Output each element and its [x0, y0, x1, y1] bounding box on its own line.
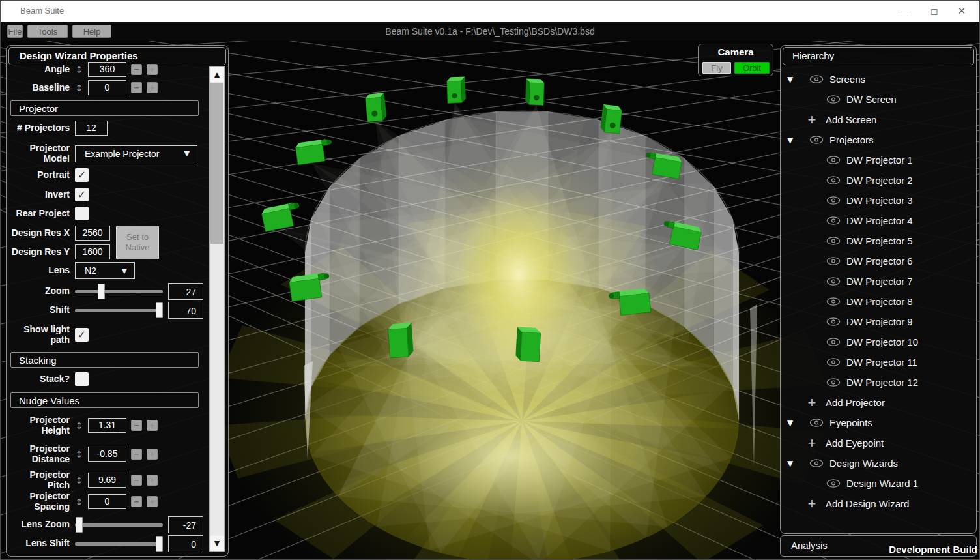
projector-pitch-input[interactable]: 9.69	[88, 473, 126, 488]
hierarchy-item-design-wizards[interactable]: ▼Design Wizards	[781, 453, 976, 473]
updown-drag-icon[interactable]: ↕	[75, 475, 83, 486]
hierarchy-item-add-eyepoint[interactable]: +Add Eyepoint	[781, 433, 976, 453]
zoom-slider[interactable]	[75, 284, 163, 299]
projector-3d-1[interactable]	[365, 93, 387, 122]
visibility-eye-icon[interactable]	[826, 358, 841, 366]
projector-spacing-increment-button[interactable]: +	[147, 496, 158, 507]
hierarchy-item-dw-projector-11[interactable]: DW Projector 11	[781, 352, 976, 372]
hierarchy-item-design-wizard-1[interactable]: Design Wizard 1	[781, 473, 976, 494]
expand-triangle-icon[interactable]: ▼	[787, 136, 798, 145]
set-to-native-button[interactable]: Set to Native	[116, 226, 159, 259]
angle-increment-button[interactable]: +	[147, 64, 158, 75]
shift-slider-thumb[interactable]	[156, 302, 163, 318]
window-maximize-button[interactable]: ◻	[925, 1, 944, 22]
num-projectors-input[interactable]: 12	[75, 121, 108, 136]
hierarchy-item-dw-projector-12[interactable]: DW Projector 12	[781, 372, 976, 392]
projector-3d-8[interactable]	[515, 327, 541, 362]
projector-distance-input[interactable]: -0.85	[88, 447, 126, 462]
lens-shift-slider[interactable]	[75, 536, 163, 552]
projector-height-decrement-button[interactable]: −	[131, 420, 142, 431]
scroll-up-button[interactable]: ▲	[210, 67, 224, 82]
angle-input[interactable]: 360	[88, 62, 126, 77]
lens-zoom-slider[interactable]	[75, 517, 163, 533]
visibility-eye-icon[interactable]	[826, 378, 841, 387]
visibility-eye-icon[interactable]	[809, 459, 824, 467]
visibility-eye-icon[interactable]	[826, 338, 841, 346]
shift-value[interactable]: 70	[168, 302, 203, 319]
projector-distance-decrement-button[interactable]: −	[131, 449, 142, 460]
hierarchy-item-dw-projector-7[interactable]: DW Projector 7	[781, 271, 976, 291]
hierarchy-item-dw-screen[interactable]: DW Screen	[781, 89, 976, 110]
visibility-eye-icon[interactable]	[826, 156, 841, 164]
lens-shift-value[interactable]: 0	[168, 535, 203, 552]
scroll-down-button[interactable]: ▼	[210, 536, 224, 551]
visibility-eye-icon[interactable]	[826, 297, 841, 306]
updown-drag-icon[interactable]: ↕	[75, 497, 83, 507]
baseline-decrement-button[interactable]: −	[131, 82, 142, 93]
expand-triangle-icon[interactable]: ▼	[787, 419, 798, 428]
projector-distance-increment-button[interactable]: +	[147, 449, 158, 460]
projector-spacing-input[interactable]: 0	[88, 494, 126, 509]
properties-scrollbar[interactable]: ▲ ▼	[209, 66, 225, 552]
scrollbar-thumb[interactable]	[210, 83, 223, 244]
visibility-eye-icon[interactable]	[826, 176, 841, 184]
lens-shift-slider-thumb[interactable]	[156, 536, 163, 552]
visibility-eye-icon[interactable]	[826, 216, 841, 225]
hierarchy-item-dw-projector-10[interactable]: DW Projector 10	[781, 332, 976, 352]
stack-checkbox[interactable]	[75, 372, 89, 386]
baseline-increment-button[interactable]: +	[147, 82, 158, 93]
projector-3d-3[interactable]	[525, 78, 544, 105]
visibility-eye-icon[interactable]	[826, 277, 841, 286]
projector-model-dropdown[interactable]: Example Projector ▼	[75, 145, 197, 162]
hierarchy-item-projectors[interactable]: ▼Projectors	[781, 130, 976, 150]
zoom-slider-thumb[interactable]	[98, 284, 105, 299]
camera-fly-button[interactable]: Fly	[702, 62, 731, 74]
hierarchy-item-dw-projector-4[interactable]: DW Projector 4	[781, 211, 976, 231]
projector-3d-2[interactable]	[447, 76, 466, 103]
updown-drag-icon[interactable]: ↕	[75, 420, 83, 431]
window-minimize-button[interactable]: —	[895, 1, 914, 22]
updown-drag-icon[interactable]: ↕	[75, 449, 83, 460]
hierarchy-item-add-design-wizard[interactable]: +Add Design Wizard	[781, 494, 976, 514]
projector-height-increment-button[interactable]: +	[147, 420, 158, 431]
window-close-button[interactable]: ✕	[952, 1, 972, 22]
hierarchy-item-screens[interactable]: ▼Screens	[781, 69, 976, 89]
hierarchy-item-eyepoints[interactable]: ▼Eyepoints	[781, 413, 976, 433]
visibility-eye-icon[interactable]	[809, 75, 824, 83]
angle-decrement-button[interactable]: −	[131, 64, 142, 75]
visibility-eye-icon[interactable]	[826, 95, 841, 104]
expand-triangle-icon[interactable]: ▼	[787, 75, 798, 84]
hierarchy-item-dw-projector-5[interactable]: DW Projector 5	[781, 231, 976, 251]
expand-triangle-icon[interactable]: ▼	[787, 459, 798, 468]
camera-orbit-button[interactable]: Orbit	[734, 62, 770, 74]
hierarchy-item-dw-projector-9[interactable]: DW Projector 9	[781, 312, 976, 332]
visibility-eye-icon[interactable]	[826, 237, 841, 245]
hierarchy-item-add-projector[interactable]: +Add Projector	[781, 392, 976, 413]
projector-height-input[interactable]: 1.31	[88, 418, 126, 433]
zoom-value[interactable]: 27	[168, 283, 203, 300]
updown-drag-icon[interactable]: ↕	[75, 65, 83, 75]
rear-project-checkbox[interactable]	[75, 207, 89, 220]
projector-pitch-increment-button[interactable]: +	[147, 475, 158, 486]
updown-drag-icon[interactable]: ↕	[75, 83, 83, 93]
projector-3d-9[interactable]	[388, 323, 414, 358]
design-res-y-input[interactable]: 1600	[75, 244, 110, 259]
hierarchy-item-dw-projector-3[interactable]: DW Projector 3	[781, 190, 976, 211]
visibility-eye-icon[interactable]	[826, 317, 841, 326]
lens-dropdown[interactable]: N2 ▼	[75, 262, 135, 279]
visibility-eye-icon[interactable]	[826, 196, 841, 205]
lens-zoom-value[interactable]: -27	[168, 516, 203, 533]
projector-3d-4[interactable]	[600, 104, 622, 134]
visibility-eye-icon[interactable]	[826, 257, 841, 265]
hierarchy-item-dw-projector-8[interactable]: DW Projector 8	[781, 291, 976, 312]
visibility-eye-icon[interactable]	[809, 419, 824, 427]
hierarchy-item-dw-projector-1[interactable]: DW Projector 1	[781, 150, 976, 170]
projector-pitch-decrement-button[interactable]: −	[131, 475, 142, 486]
projector-spacing-decrement-button[interactable]: −	[131, 496, 142, 507]
portrait-checkbox[interactable]: ✓	[75, 168, 89, 182]
invert-checkbox[interactable]: ✓	[75, 188, 89, 201]
hierarchy-item-dw-projector-2[interactable]: DW Projector 2	[781, 170, 976, 190]
visibility-eye-icon[interactable]	[826, 479, 841, 488]
hierarchy-item-dw-projector-6[interactable]: DW Projector 6	[781, 251, 976, 271]
lens-zoom-slider-thumb[interactable]	[76, 517, 83, 533]
